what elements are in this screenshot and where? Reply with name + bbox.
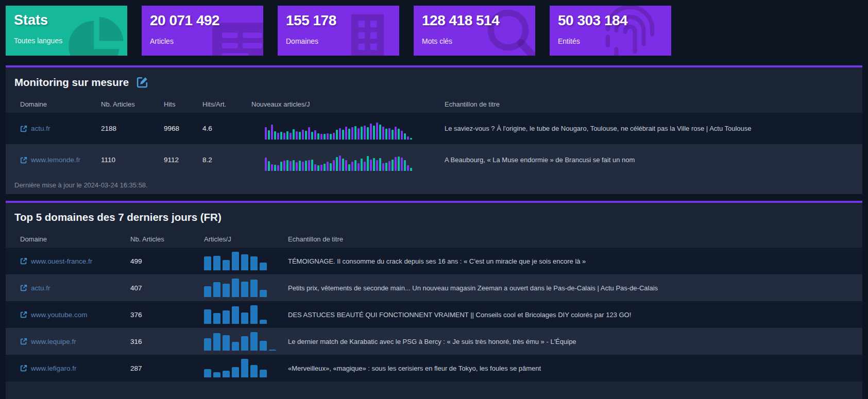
column-header: Nb. Articles (101, 100, 164, 108)
table-row: www.lemonde.fr 1110 9112 8.2 A Beaubourg… (6, 144, 862, 176)
title-sample: A Beaubourg, « La Muse endormie » de Bra… (445, 156, 852, 164)
stat-card-articles[interactable]: 20 071 492 Articles (142, 6, 263, 56)
external-link-icon (20, 365, 27, 372)
table-row: actu.fr 407 Petits prix, vêtements de se… (6, 274, 862, 301)
column-header: Domaine (20, 100, 101, 108)
panel-title: Top 5 domaines des 7 derniers jours (FR) (14, 211, 222, 223)
table-row: www.lefigaro.fr 287 «Merveilleux», «magi… (6, 355, 862, 381)
table-row: www.youtube.com 376 DES ASTUCES BEAUTÉ Q… (6, 301, 862, 328)
panel-title: Monitoring sur mesure (14, 76, 129, 89)
nb-articles-value: 376 (130, 311, 204, 319)
last-update-text: Dernière mise à jour le 2024-03-24 16:35… (6, 176, 862, 194)
external-link-icon (20, 157, 27, 164)
nb-articles-value: 499 (130, 257, 204, 265)
title-sample: Le dernier match de Karabatic avec le PS… (288, 338, 852, 345)
card-label: Articles (150, 37, 255, 45)
stat-card-mots-cles[interactable]: 128 418 514 Mots clés (414, 6, 535, 56)
monitoring-panel: Monitoring sur mesure Domaine Nb. Articl… (6, 65, 862, 194)
card-value: 20 071 492 (150, 12, 255, 29)
articles-per-day-chart (204, 252, 288, 270)
column-header: Nb. Articles (130, 235, 204, 243)
title-sample: Le saviez-vous ? À l'origine, le tube de… (445, 125, 852, 132)
domain-link[interactable]: www.youtube.com (31, 311, 88, 319)
column-header: Hits (164, 100, 202, 108)
hits-value: 9968 (164, 125, 202, 132)
title-sample: Petits prix, vêtements de seconde main..… (288, 284, 852, 292)
table-row: www.lequipe.fr 316 Le dernier match de K… (6, 328, 862, 355)
nb-articles-value: 407 (130, 284, 204, 292)
nb-articles-value: 1110 (101, 156, 164, 164)
card-value: 128 418 514 (422, 12, 527, 29)
external-link-icon (20, 257, 27, 265)
articles-per-day-chart (204, 359, 288, 377)
column-header: Nouveaux articles/J (251, 100, 445, 108)
card-label: Domaines (286, 37, 391, 45)
stat-card-stats[interactable]: Stats Toutes langues (6, 6, 127, 56)
domain-link[interactable]: actu.fr (31, 284, 50, 292)
table-header: Domaine Nb. Articles Hits Hits/Art. Nouv… (6, 96, 862, 113)
nb-articles-value: 2188 (101, 125, 164, 132)
card-value: 155 178 (286, 12, 391, 29)
card-label: Entités (558, 37, 663, 45)
hits-value: 9112 (164, 156, 202, 164)
panel-tail (6, 381, 862, 399)
title-sample: «Merveilleux», «magique» : sous les ceri… (288, 365, 852, 372)
column-header: Echantillon de titre (445, 100, 852, 108)
column-header: Echantillon de titre (288, 235, 852, 243)
stat-card-domaines[interactable]: 155 178 Domaines (278, 6, 399, 56)
external-link-icon (20, 311, 27, 318)
column-header: Hits/Art. (202, 100, 251, 108)
nb-articles-value: 316 (130, 338, 204, 345)
articles-per-day-chart (204, 332, 288, 351)
edit-icon[interactable] (136, 76, 149, 89)
column-header: Domaine (20, 235, 130, 243)
external-link-icon (20, 284, 27, 291)
hits-per-article-value: 8.2 (202, 156, 251, 164)
card-title: Stats (14, 12, 119, 28)
articles-per-day-chart (204, 305, 288, 324)
domain-link[interactable]: www.lequipe.fr (31, 338, 76, 345)
external-link-icon (20, 125, 27, 132)
column-header: Articles/J (204, 235, 288, 243)
table-header: Domaine Nb. Articles Articles/J Echantil… (6, 231, 862, 248)
card-label: Toutes langues (14, 37, 119, 45)
sparkline-chart (265, 149, 445, 171)
card-value: 50 303 184 (558, 12, 663, 29)
table-row: actu.fr 2188 9968 4.6 Le saviez-vous ? À… (6, 113, 862, 144)
stat-cards-row: Stats Toutes langues 20 071 492 Articles… (6, 6, 862, 56)
card-label: Mots clés (422, 37, 527, 45)
nb-articles-value: 287 (130, 365, 204, 372)
sparkline-chart (265, 118, 445, 140)
hits-per-article-value: 4.6 (202, 125, 251, 132)
table-row: www.ouest-france.fr 499 TÉMOIGNAGE. Il c… (6, 248, 862, 274)
articles-per-day-chart (204, 279, 288, 297)
domain-link[interactable]: www.lefigaro.fr (31, 365, 77, 372)
top-domains-panel: Top 5 domaines des 7 derniers jours (FR)… (6, 201, 862, 399)
domain-link[interactable]: www.lemonde.fr (31, 156, 80, 164)
external-link-icon (20, 338, 27, 345)
domain-link[interactable]: actu.fr (31, 125, 50, 132)
domain-link[interactable]: www.ouest-france.fr (31, 257, 92, 265)
stat-card-entites[interactable]: 50 303 184 Entités (550, 6, 671, 56)
title-sample: DES ASTUCES BEAUTÉ QUI FONCTIONNENT VRAI… (288, 311, 852, 319)
title-sample: TÉMOIGNAGE. Il consomme du crack depuis … (288, 257, 852, 265)
